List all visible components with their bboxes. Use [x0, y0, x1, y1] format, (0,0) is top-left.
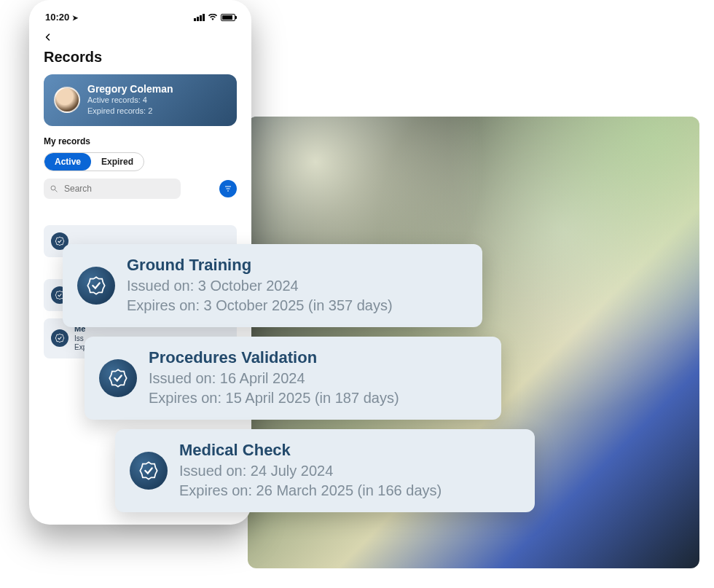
record-title: Ground Training: [127, 256, 393, 275]
filter-button[interactable]: [219, 180, 237, 197]
verified-badge-icon: [51, 329, 68, 347]
record-issued: Issued on: 3 October 2024: [127, 276, 393, 296]
user-active-count: Active records: 4: [87, 95, 173, 106]
status-right: [194, 14, 235, 21]
record-expires: Expires on: 26 March 2025 (in 166 days): [179, 481, 442, 501]
svg-line-1: [55, 189, 58, 192]
tab-expired[interactable]: Expired: [91, 153, 144, 170]
record-card-body: Ground Training Issued on: 3 October 202…: [127, 256, 393, 315]
record-card-body: Procedures Validation Issued on: 16 Apri…: [149, 348, 399, 408]
record-card-body: Medical Check Issued on: 24 July 2024 Ex…: [179, 441, 442, 501]
search-icon: [50, 184, 58, 193]
record-title: Procedures Validation: [149, 348, 399, 367]
status-time: 10:20: [45, 12, 69, 23]
verified-badge-icon: [130, 452, 168, 490]
avatar: [54, 87, 80, 113]
search-row: [44, 179, 237, 199]
record-issued: Issued on: 16 April 2024: [149, 369, 399, 388]
user-card[interactable]: Gregory Coleman Active records: 4 Expire…: [44, 74, 237, 126]
cell-signal-icon: [194, 14, 205, 21]
tab-segmented: Active Expired: [44, 152, 144, 171]
verified-badge-icon: [99, 359, 137, 397]
back-button[interactable]: [44, 30, 58, 44]
record-expires: Expires on: 15 April 2025 (in 187 days): [149, 388, 399, 408]
record-expires: Expires on: 3 October 2025 (in 357 days): [127, 296, 393, 315]
user-info: Gregory Coleman Active records: 4 Expire…: [87, 83, 173, 117]
record-card[interactable]: Ground Training Issued on: 3 October 202…: [63, 244, 482, 327]
status-time-wrap: 10:20 ➤: [45, 12, 78, 23]
svg-point-0: [51, 186, 55, 190]
user-name: Gregory Coleman: [87, 83, 173, 95]
section-label: My records: [44, 136, 237, 146]
page-title: Records: [44, 49, 237, 66]
record-card[interactable]: Procedures Validation Issued on: 16 Apri…: [85, 337, 501, 420]
record-title: Medical Check: [179, 441, 442, 460]
search-wrap: [44, 179, 213, 199]
location-arrow-icon: ➤: [72, 14, 78, 22]
user-expired-count: Expired records: 2: [87, 106, 173, 117]
record-issued: Issued on: 24 July 2024: [179, 461, 442, 481]
battery-icon: [221, 14, 235, 21]
filter-icon: [224, 184, 232, 193]
verified-badge-icon: [77, 267, 115, 305]
record-card[interactable]: Medical Check Issued on: 24 July 2024 Ex…: [115, 429, 535, 512]
search-input[interactable]: [44, 179, 181, 199]
tab-active[interactable]: Active: [44, 153, 91, 170]
wifi-icon: [208, 14, 218, 21]
status-bar: 10:20 ➤: [44, 10, 237, 30]
